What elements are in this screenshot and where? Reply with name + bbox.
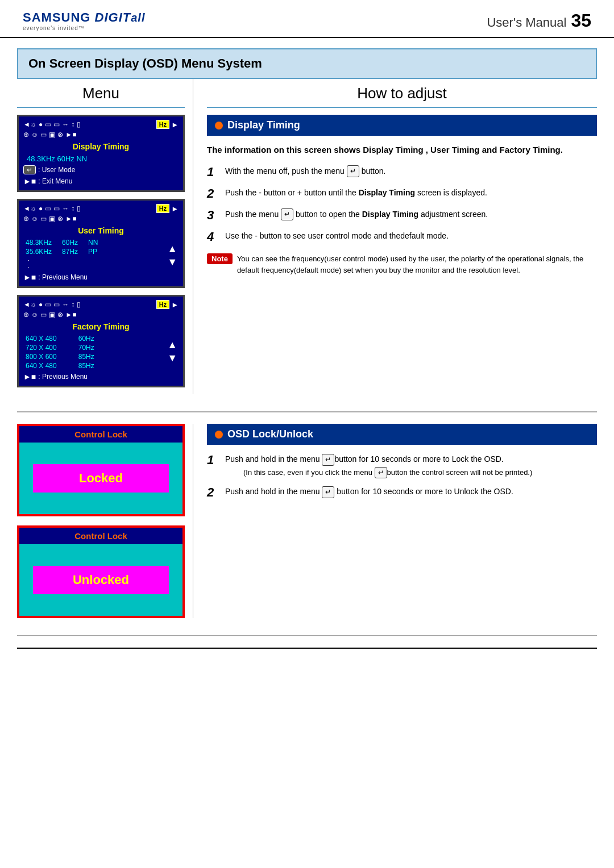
osd2-title: User Timing bbox=[23, 226, 179, 235]
menu-divider bbox=[17, 107, 185, 108]
osd3-prev-text: : Previous Menu bbox=[38, 373, 88, 381]
osd2-prev-menu: ►■ : Previous Menu bbox=[23, 273, 179, 282]
note-text: You can see the frequency(user control m… bbox=[237, 253, 597, 277]
osd-step-1-num: 1 bbox=[207, 453, 218, 468]
osd3-data-table: 640 X 48060Hz 720 X 40070Hz 800 X 60085H… bbox=[23, 335, 179, 370]
menu-column: Menu ◄☼ ● ▭ ▭ ↔ ↕ ▯ Hz ► ⊕ bbox=[17, 79, 193, 394]
page-header: SAMSUNG DIGITall everyone's invited™ Use… bbox=[0, 0, 614, 38]
note-label: Note bbox=[207, 253, 233, 264]
step-2: 2 Push the - button or + button until th… bbox=[207, 186, 597, 201]
step-3-text: Push the menu ↵ button to open the Displ… bbox=[225, 208, 597, 221]
osd-lock-dot bbox=[215, 431, 223, 439]
menu-btn-icon-3: ↵ bbox=[281, 208, 293, 220]
osd1-exit-menu: ►■ : Exit Menu bbox=[23, 177, 179, 186]
osd-step-1-sub: (In this case, even if you click the men… bbox=[243, 468, 532, 477]
menu-col-heading: Menu bbox=[17, 85, 185, 102]
step-4: 4 Use the - button to see user control m… bbox=[207, 229, 597, 244]
cl-locked-header: Control Lock bbox=[19, 426, 182, 443]
control-lock-locked-screen: Control Lock Locked bbox=[17, 424, 185, 516]
section-title: On Screen Display (OSD) Menu System bbox=[17, 48, 597, 79]
display-timing-label: Display Timing bbox=[227, 119, 300, 131]
display-timing-intro: The information on this screen shows Dis… bbox=[207, 144, 597, 157]
osd2-data-table: 48.3KHz60HzNN 35.6KHz87HzPP · · bbox=[23, 239, 179, 270]
osd3-prev-menu: ►■ : Previous Menu bbox=[23, 372, 179, 381]
osd1-data: 48.3KHz 60Hz NN bbox=[23, 155, 179, 163]
osd-step-1-text: Push and hold in the menu ↵button for 10… bbox=[225, 453, 597, 478]
main-content-area: Menu ◄☼ ● ▭ ▭ ↔ ↕ ▯ Hz ► ⊕ bbox=[17, 79, 597, 412]
osd-second-row-2: ⊕ ☺ ▭ ▣ ⊗ ►■ bbox=[23, 215, 179, 223]
osd-step-2-num: 2 bbox=[207, 485, 218, 500]
menu-btn-icon-lock: ↵ bbox=[322, 454, 334, 466]
osd-screen-user-timing: ◄☼ ● ▭ ▭ ↔ ↕ ▯ Hz ► ⊕ ☺ ▭ ▣ ⊗ ► bbox=[17, 199, 185, 288]
osd-icons-right-2: Hz ► bbox=[156, 204, 179, 213]
osd-lock-label: OSD Lock/Unlock bbox=[227, 428, 313, 440]
menu-btn-icon-1: ↵ bbox=[347, 165, 359, 177]
osd-icons-left-2: ◄☼ ● ▭ ▭ ↔ ↕ ▯ bbox=[23, 205, 81, 212]
heading-dot bbox=[215, 122, 223, 130]
osd-step-2: 2 Push and hold in the menu ↵ button for… bbox=[207, 485, 597, 500]
osd1-title: Display Timing bbox=[23, 142, 179, 151]
step-1-text: With the menu off, push the menu ↵ butto… bbox=[225, 165, 597, 178]
step-4-text: Use the - button to see user control mod… bbox=[225, 229, 597, 242]
menu-btn-icon-unlock: ↵ bbox=[322, 486, 334, 498]
manual-label: User's Manual bbox=[487, 15, 566, 30]
cl-locked-body: Locked bbox=[19, 443, 182, 514]
step-4-num: 4 bbox=[207, 229, 218, 244]
manual-info: User's Manual35 bbox=[487, 10, 591, 31]
osd1-user-mode: ↵ : User Mode bbox=[23, 165, 179, 174]
osd-icons-right-1: Hz ► bbox=[156, 120, 179, 129]
osd-second-row-3: ⊕ ☺ ▭ ▣ ⊗ ►■ bbox=[23, 311, 179, 319]
cl-locked-label: Locked bbox=[33, 464, 169, 493]
osd-icons-left-1: ◄☼ ● ▭ ▭ ↔ ↕ ▯ bbox=[23, 120, 81, 128]
how-to-adjust-column: How to adjust Display Timing The informa… bbox=[193, 79, 597, 394]
menu-btn-icon-lock2: ↵ bbox=[375, 467, 387, 478]
osd-screen-factory-timing: ◄☼ ● ▭ ▭ ↔ ↕ ▯ Hz ► ⊕ ☺ ▭ ▣ ⊗ ► bbox=[17, 295, 185, 387]
note-box: Note You can see the frequency(user cont… bbox=[207, 253, 597, 277]
step-1: 1 With the menu off, push the menu ↵ but… bbox=[207, 165, 597, 180]
osd-second-row-1: ⊕ ☺ ▭ ▣ ⊗ ►■ bbox=[23, 131, 179, 139]
osd-icons-right-3: Hz ► bbox=[156, 300, 179, 309]
footer-line bbox=[17, 648, 597, 649]
control-lock-unlocked-screen: Control Lock Unlocked bbox=[17, 525, 185, 618]
samsung-logo: SAMSUNG DIGITall bbox=[23, 10, 145, 25]
cl-unlocked-header: Control Lock bbox=[19, 528, 182, 544]
page-number: 35 bbox=[571, 10, 591, 31]
logo-tagline: everyone's invited™ bbox=[23, 25, 145, 31]
step-2-text: Push the - button or + button until the … bbox=[225, 186, 597, 199]
osd1-user-mode-text: : User Mode bbox=[38, 166, 75, 174]
osd-lock-heading: OSD Lock/Unlock bbox=[207, 424, 597, 445]
osd-icons-left-3: ◄☼ ● ▭ ▭ ↔ ↕ ▯ bbox=[23, 301, 81, 308]
cl-unlocked-label: Unlocked bbox=[33, 566, 169, 594]
step-2-num: 2 bbox=[207, 186, 218, 201]
step-1-num: 1 bbox=[207, 165, 218, 180]
cl-unlocked-body: Unlocked bbox=[19, 544, 182, 616]
osd-screen-display-timing: ◄☼ ● ▭ ▭ ↔ ↕ ▯ Hz ► ⊕ ☺ ▭ ▣ ⊗ ► bbox=[17, 115, 185, 192]
display-timing-heading: Display Timing bbox=[207, 115, 597, 136]
osd2-prev-text: : Previous Menu bbox=[38, 273, 88, 281]
osd3-title: Factory Timing bbox=[23, 322, 179, 331]
step-3-num: 3 bbox=[207, 208, 218, 223]
step-3: 3 Push the menu ↵ button to open the Dis… bbox=[207, 208, 597, 223]
bottom-content-area: Control Lock Locked Control Lock Unlocke… bbox=[17, 412, 597, 636]
logo-text: SAMSUNG DIGITall bbox=[23, 10, 145, 24]
how-divider bbox=[207, 107, 597, 108]
how-col-heading: How to adjust bbox=[207, 85, 597, 102]
osd-step-1: 1 Push and hold in the menu ↵button for … bbox=[207, 453, 597, 478]
control-lock-column: Control Lock Locked Control Lock Unlocke… bbox=[17, 424, 193, 618]
osd-lock-column: OSD Lock/Unlock 1 Push and hold in the m… bbox=[193, 424, 597, 618]
osd1-exit-text: : Exit Menu bbox=[38, 177, 72, 185]
logo-area: SAMSUNG DIGITall everyone's invited™ bbox=[23, 10, 145, 31]
osd-step-2-text: Push and hold in the menu ↵ button for 1… bbox=[225, 485, 597, 498]
